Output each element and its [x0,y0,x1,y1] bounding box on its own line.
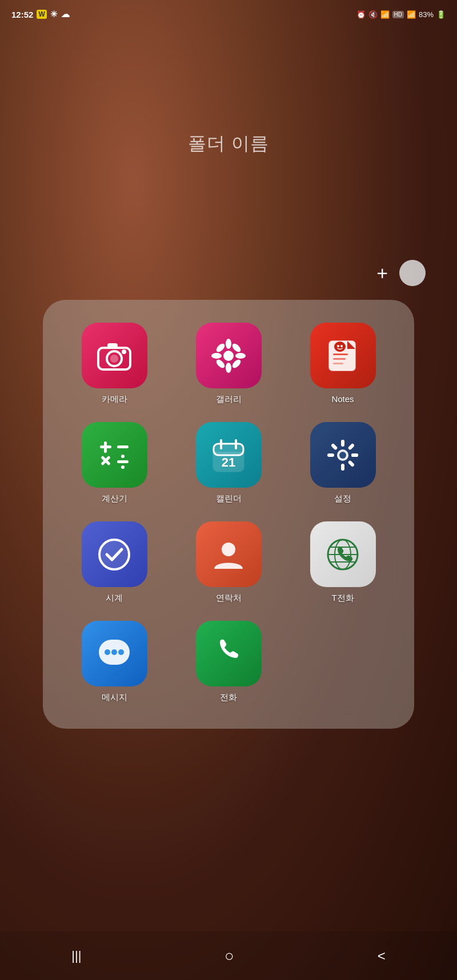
svg-point-28 [121,455,125,458]
svg-rect-1 [107,343,118,349]
svg-rect-44 [351,453,358,457]
calendar-label: 캘린더 [216,493,242,504]
hd-voice-icon: HD [392,11,404,18]
svg-rect-43 [331,443,338,450]
svg-point-56 [118,649,124,655]
svg-rect-16 [333,354,348,355]
cloud-icon: ☁ [61,9,70,19]
calendar-icon: 21 [196,422,262,488]
tcall-icon [310,521,376,587]
options-button[interactable] [399,260,426,286]
gallery-label: 갤러리 [216,394,242,405]
folder-title[interactable]: 폴더 이름 [0,131,457,156]
app-item-calculator[interactable]: 계산기 [60,422,169,504]
home-button[interactable]: ○ [207,941,251,971]
svg-point-12 [231,342,242,354]
top-buttons-area: + [376,260,426,286]
app-item-notes[interactable]: Notes [288,323,397,405]
time-display: 12:52 [11,10,33,19]
svg-point-8 [211,353,222,359]
svg-point-9 [235,353,246,359]
svg-point-21 [340,345,343,347]
svg-rect-42 [347,443,355,450]
app-item-tcall[interactable]: T전화 [288,521,397,604]
svg-point-4 [122,350,126,354]
app-grid: 카메라 갤러리 [60,323,397,703]
notes-icon [310,323,376,388]
svg-point-13 [215,358,226,369]
svg-point-11 [231,358,242,369]
svg-point-10 [215,342,226,354]
svg-point-46 [99,540,129,569]
svg-rect-38 [341,440,344,447]
folder-container: 카메라 갤러리 [43,300,414,729]
contacts-label: 연락처 [216,593,242,604]
settings-label: 설정 [334,493,351,504]
message-icon [82,621,147,686]
signal-icon: 📶 [407,10,416,19]
calculator-label: 계산기 [102,493,127,504]
add-app-button[interactable]: + [376,263,388,283]
settings-icon [310,422,376,488]
camera-label: 카메라 [102,394,127,405]
navigation-bar: ||| ○ < [0,931,457,980]
tcall-label: T전화 [331,593,354,604]
svg-rect-45 [347,460,355,467]
svg-rect-23 [104,441,107,453]
message-label: 메시지 [102,692,127,703]
app-item-contacts[interactable]: 연락처 [174,521,283,604]
app-item-settings[interactable]: 설정 [288,422,397,504]
snow-icon: ✳ [50,9,58,19]
battery-icon: 🔋 [436,10,446,19]
svg-point-54 [105,649,110,655]
camera-icon [82,323,147,388]
status-right: ⏰ 🔇 📶 HD 📶 83% 🔋 [356,10,446,19]
svg-text:21: 21 [222,455,235,469]
svg-point-55 [111,649,117,655]
svg-rect-17 [333,358,346,360]
svg-point-3 [110,355,118,363]
svg-rect-40 [327,453,334,457]
clock-icon [82,521,147,587]
wifi-icon: 📶 [380,10,390,19]
svg-point-7 [226,363,231,373]
recent-apps-button[interactable]: ||| [54,943,98,969]
svg-point-47 [222,543,235,556]
back-button[interactable]: < [360,942,403,970]
app-item-gallery[interactable]: 갤러리 [174,323,283,405]
battery-percent: 83% [419,10,434,19]
svg-point-6 [226,339,231,349]
webtoon-icon: W [37,10,46,19]
calculator-icon [82,422,147,488]
clock-label: 시계 [106,593,123,604]
svg-rect-27 [117,460,129,463]
status-bar: 12:52 W ✳ ☁ ⏰ 🔇 📶 HD 📶 83% 🔋 [0,0,457,29]
app-item-phone[interactable]: 전화 [174,621,283,703]
svg-point-20 [337,345,339,347]
app-item-camera[interactable]: 카메라 [60,323,169,405]
app-item-message[interactable]: 메시지 [60,621,169,703]
svg-rect-18 [333,363,343,364]
phone-label: 전화 [220,692,237,703]
svg-point-29 [121,465,125,469]
svg-point-37 [339,452,346,459]
svg-point-19 [334,342,346,352]
alarm-icon: ⏰ [356,10,366,19]
phone-icon [196,621,262,686]
mute-icon: 🔇 [368,10,378,19]
gallery-icon [196,323,262,388]
svg-rect-39 [341,464,344,471]
notes-label: Notes [331,394,354,404]
app-item-calendar[interactable]: 21 캘린더 [174,422,283,504]
app-item-clock[interactable]: 시계 [60,521,169,604]
status-left: 12:52 W ✳ ☁ [11,9,70,19]
svg-rect-24 [117,445,129,448]
svg-point-5 [223,351,234,361]
contacts-icon [196,521,262,587]
